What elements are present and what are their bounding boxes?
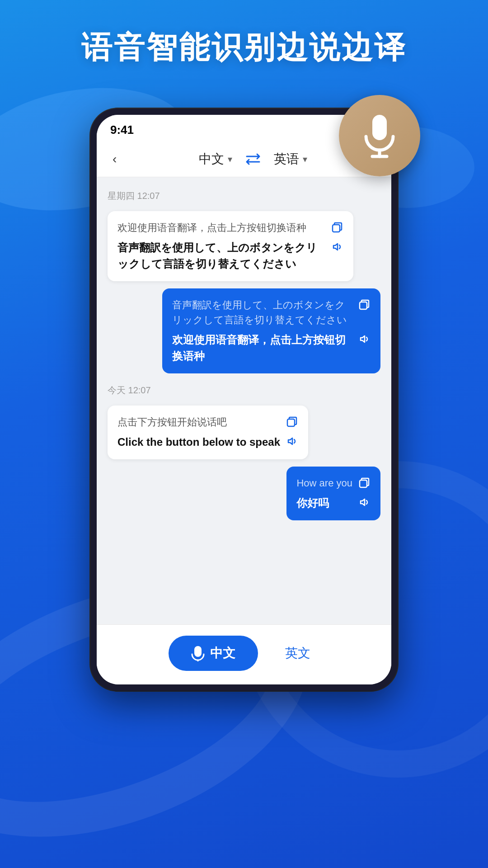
timestamp-1: 星期四 12:07 — [108, 190, 380, 202]
target-lang-arrow: ▾ — [303, 154, 307, 165]
mic-float-button[interactable] — [339, 95, 420, 176]
message-bubble-4: How are you 你好吗 — [286, 467, 380, 520]
copy-icon-2[interactable] — [358, 298, 371, 311]
msg2-line2: 欢迎使用语音翻译，点击上方按钮切换语种 — [172, 332, 371, 364]
speak-chinese-label: 中文 — [210, 645, 235, 662]
msg4-line1: How are you — [296, 476, 371, 491]
back-button[interactable]: ‹ — [110, 150, 119, 169]
svg-rect-7 — [194, 646, 202, 657]
msg1-line2: 音声翻訳を使用して、上のボタンをクリックして言語を切り替えてください — [117, 240, 343, 272]
speak-english-label: 英文 — [285, 646, 310, 660]
copy-icon-4[interactable] — [358, 476, 371, 489]
msg1-line1-text: 欢迎使用语音翻译，点击上方按钮切换语种 — [117, 220, 325, 235]
phone-mockup: 9:41 ‹ 中文 ▾ — [90, 108, 398, 691]
svg-rect-6 — [360, 480, 367, 487]
msg3-line2: Click the button below to speak — [117, 434, 298, 450]
speak-english-button[interactable]: 英文 — [276, 636, 319, 671]
timestamp-2: 今天 12:07 — [108, 384, 380, 396]
msg3-line2-text: Click the button below to speak — [117, 434, 280, 450]
phone-frame: 9:41 ‹ 中文 ▾ — [90, 108, 398, 691]
msg3-line1-text: 点击下方按钮开始说话吧 — [117, 415, 280, 429]
copy-icon-3[interactable] — [286, 415, 298, 428]
copy-icon-1[interactable] — [331, 221, 343, 234]
source-lang-label[interactable]: 中文 — [199, 151, 224, 168]
msg1-line1: 欢迎使用语音翻译，点击上方按钮切换语种 — [117, 220, 343, 235]
msg3-line1: 点击下方按钮开始说话吧 — [117, 415, 298, 429]
msg4-line1-text: How are you — [296, 476, 352, 491]
sound-icon-1[interactable] — [331, 241, 343, 253]
svg-rect-5 — [287, 419, 295, 426]
msg2-line2-text: 欢迎使用语音翻译，点击上方按钮切换语种 — [172, 332, 352, 364]
page-title: 语音智能识别边说边译 — [0, 27, 488, 68]
sound-icon-3[interactable] — [286, 435, 298, 448]
msg1-line2-text: 音声翻訳を使用して、上のボタンをクリックして言語を切り替えてください — [117, 240, 325, 272]
message-bubble-1: 欢迎使用语音翻译，点击上方按钮切换语种 音声翻訳を使用して、上のボタンをクリック… — [108, 211, 353, 281]
sound-icon-2[interactable] — [358, 333, 371, 345]
msg2-line1-text: 音声翻訳を使用して、上のボタンをクリックして言語を切り替えてください — [172, 297, 352, 327]
status-time: 9:41 — [110, 123, 134, 137]
target-lang-label[interactable]: 英语 — [274, 151, 299, 168]
message-bubble-3: 点击下方按钮开始说话吧 Click the button below to sp… — [108, 406, 308, 459]
message-bubble-2: 音声翻訳を使用して、上のボタンをクリックして言語を切り替えてください 欢迎使用语… — [162, 288, 380, 373]
svg-rect-3 — [333, 225, 340, 232]
svg-rect-0 — [372, 115, 387, 140]
svg-rect-4 — [360, 302, 367, 309]
speak-chinese-button[interactable]: 中文 — [169, 636, 258, 671]
msg4-line2-text: 你好吗 — [296, 495, 352, 511]
sound-icon-4[interactable] — [358, 496, 371, 509]
phone-screen: 9:41 ‹ 中文 ▾ — [97, 115, 391, 684]
msg4-line2: 你好吗 — [296, 495, 371, 511]
chat-area[interactable]: 星期四 12:07 欢迎使用语音翻译，点击上方按钮切换语种 音声翻訳を使用して、… — [97, 177, 391, 624]
msg2-line1: 音声翻訳を使用して、上のボタンをクリックして言語を切り替えてください — [172, 297, 371, 327]
source-lang-arrow: ▾ — [228, 154, 232, 165]
language-selector: 中文 ▾ 英语 ▾ — [128, 151, 378, 168]
bottom-bar: 中文 英文 — [97, 624, 391, 684]
lang-swap-button[interactable] — [236, 153, 270, 165]
